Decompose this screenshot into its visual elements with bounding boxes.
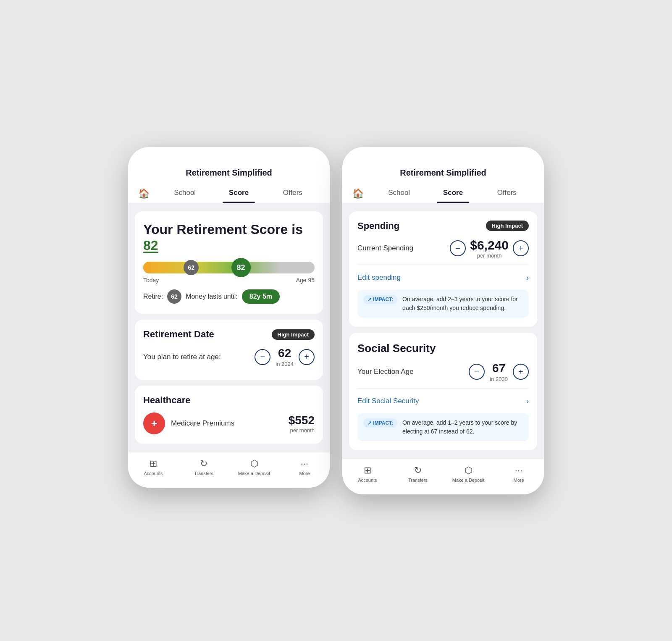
app-title-1: Retirement Simplified xyxy=(138,168,320,178)
transfers-icon-2: ↻ xyxy=(414,465,422,476)
social-security-divider xyxy=(357,388,529,389)
social-security-impact-text: On average, add 1–2 years to your score … xyxy=(402,418,523,436)
social-security-card: Social Security Your Election Age − 67 i… xyxy=(349,333,537,450)
bar-label-right: Age 95 xyxy=(296,277,315,284)
edit-spending-label: Edit spending xyxy=(357,273,401,282)
bottom-nav-accounts-1[interactable]: ⊞ Accounts xyxy=(128,458,178,476)
tab-school-2[interactable]: School xyxy=(372,184,426,203)
spending-label: Current Spending xyxy=(357,244,450,252)
social-security-value-group: 67 in 2030 xyxy=(490,362,508,382)
bar-label-left: Today xyxy=(143,277,159,284)
healthcare-icon: + xyxy=(143,412,165,434)
healthcare-title: Healthcare xyxy=(143,395,315,406)
edit-social-security-label: Edit Social Security xyxy=(357,397,419,405)
retirement-date-value: 62 xyxy=(276,347,294,360)
social-security-impact-label: ↗ IMPACT: xyxy=(363,418,397,428)
bottom-nav-transfers-1[interactable]: ↻ Transfers xyxy=(178,458,229,476)
retirement-date-card: Retirement Date High Impact You plan to … xyxy=(135,320,323,380)
spending-stepper: − $6,240 per month + xyxy=(450,238,529,259)
money-lasts-label: Money lasts until: xyxy=(186,293,238,300)
spending-decrement[interactable]: − xyxy=(450,240,466,256)
retirement-date-impact: High Impact xyxy=(272,329,315,340)
bottom-nav-deposit-2[interactable]: ⬡ Make a Deposit xyxy=(443,465,494,483)
score-badge-62: 62 xyxy=(184,260,199,275)
bottom-nav-more-1[interactable]: ··· More xyxy=(279,458,330,476)
healthcare-label: Medicare Premiums xyxy=(171,419,283,428)
social-security-sub: in 2030 xyxy=(490,376,508,382)
spending-card-header: Spending High Impact xyxy=(357,221,529,231)
scroll-content-1: Your Retirement Score is 82 62 82 Today … xyxy=(128,203,330,452)
bottom-nav-2: ⊞ Accounts ↻ Transfers ⬡ Make a Deposit … xyxy=(342,459,544,494)
edit-social-security-link[interactable]: Edit Social Security › xyxy=(357,394,529,408)
accounts-label-1: Accounts xyxy=(144,471,163,476)
retire-label: Retire: xyxy=(143,293,163,300)
phone-1: Retirement Simplified 🏠 School Score Off… xyxy=(128,147,330,488)
spending-impact-text: On average, add 2–3 years to your score … xyxy=(402,295,523,313)
spending-impact-label: ↗ IMPACT: xyxy=(363,295,397,304)
retirement-date-label: You plan to retire at age: xyxy=(143,353,255,361)
social-security-title: Social Security xyxy=(357,342,529,355)
social-security-value: 67 xyxy=(490,362,508,375)
retirement-date-increment[interactable]: + xyxy=(299,349,315,365)
edit-social-security-chevron: › xyxy=(526,397,529,406)
bottom-nav-transfers-2[interactable]: ↻ Transfers xyxy=(393,465,443,483)
bar-labels: Today Age 95 xyxy=(143,277,315,284)
spending-row: Current Spending − $6,240 per month + xyxy=(357,238,529,259)
bottom-nav-accounts-2[interactable]: ⊞ Accounts xyxy=(342,465,393,483)
phone-2: Retirement Simplified 🏠 School Score Off… xyxy=(342,147,544,494)
retirement-date-sub: in 2024 xyxy=(276,361,294,367)
retirement-date-title: Retirement Date xyxy=(143,329,214,340)
tab-score-2[interactable]: Score xyxy=(426,184,480,203)
retire-row: Retire: 62 Money lasts until: 82y 5m xyxy=(143,289,315,304)
more-icon-1: ··· xyxy=(301,458,308,469)
home-icon-2[interactable]: 🏠 xyxy=(352,188,364,199)
spending-sub: per month xyxy=(470,252,509,259)
tab-offers-1[interactable]: Offers xyxy=(266,184,320,203)
app-title-2: Retirement Simplified xyxy=(352,168,534,178)
retire-badge: 62 xyxy=(167,289,181,304)
healthcare-amount: $552 per month xyxy=(289,414,315,433)
social-security-impact-row: ↗ IMPACT: On average, add 1–2 years to y… xyxy=(357,413,529,441)
spending-increment[interactable]: + xyxy=(513,240,529,256)
deposit-icon-2: ⬡ xyxy=(465,465,472,476)
tab-offers-2[interactable]: Offers xyxy=(480,184,534,203)
app-header-1: Retirement Simplified xyxy=(128,147,330,178)
retirement-date-value-group: 62 in 2024 xyxy=(276,347,294,367)
spending-value-group: $6,240 per month xyxy=(470,238,509,259)
more-label-2: More xyxy=(513,478,524,483)
social-security-increment[interactable]: + xyxy=(513,364,529,380)
edit-spending-chevron: › xyxy=(526,273,529,282)
accounts-icon-1: ⊞ xyxy=(150,458,157,469)
deposit-label-2: Make a Deposit xyxy=(452,478,484,483)
nav-tabs-1: 🏠 School Score Offers xyxy=(128,178,330,203)
healthcare-value: $552 xyxy=(289,414,315,427)
bottom-nav-more-2[interactable]: ··· More xyxy=(494,465,544,483)
accounts-icon-2: ⊞ xyxy=(364,465,371,476)
spending-impact-badge: High Impact xyxy=(486,221,529,231)
progress-bar-track: 62 82 xyxy=(143,262,315,273)
social-security-stepper: − 67 in 2030 + xyxy=(469,362,529,382)
score-number[interactable]: 82 xyxy=(143,238,158,253)
spending-divider xyxy=(357,265,529,265)
bottom-nav-1: ⊞ Accounts ↻ Transfers ⬡ Make a Deposit … xyxy=(128,452,330,488)
more-icon-2: ··· xyxy=(515,465,522,476)
deposit-icon-1: ⬡ xyxy=(250,458,258,469)
healthcare-sub: per month xyxy=(289,427,315,433)
edit-spending-link[interactable]: Edit spending › xyxy=(357,271,529,285)
home-icon-1[interactable]: 🏠 xyxy=(138,188,150,199)
social-security-decrement[interactable]: − xyxy=(469,364,485,380)
more-label-1: More xyxy=(299,471,310,476)
retirement-date-header: Retirement Date High Impact xyxy=(143,329,315,340)
healthcare-card: Healthcare + Medicare Premiums $552 per … xyxy=(135,386,323,444)
retirement-date-stepper: − 62 in 2024 + xyxy=(255,347,315,367)
spending-card: Spending High Impact Current Spending − … xyxy=(349,211,537,327)
progress-bar-container: 62 82 Today Age 95 xyxy=(143,262,315,284)
tab-score-1[interactable]: Score xyxy=(212,184,265,203)
social-security-label: Your Election Age xyxy=(357,368,469,376)
bottom-nav-deposit-1[interactable]: ⬡ Make a Deposit xyxy=(229,458,279,476)
phones-container: Retirement Simplified 🏠 School Score Off… xyxy=(128,147,544,494)
accounts-label-2: Accounts xyxy=(358,478,377,483)
healthcare-row: + Medicare Premiums $552 per month xyxy=(143,412,315,434)
retirement-date-decrement[interactable]: − xyxy=(255,349,270,365)
tab-school-1[interactable]: School xyxy=(158,184,212,203)
